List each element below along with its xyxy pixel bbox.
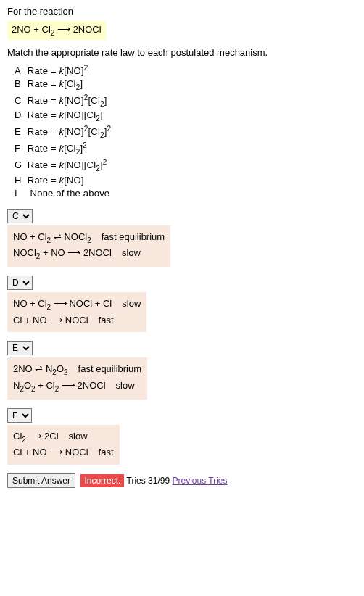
mechanism-text-2: NO + Cl2 ⟶ NOCl + Clslow Cl + NO ⟶ NOClf…: [7, 292, 146, 332]
mechanism-text-4: Cl2 ⟶ 2Clslow Cl + NO ⟶ NOClfast: [7, 425, 120, 465]
option-e: E Rate = k[NO]2[Cl2]2: [15, 125, 357, 139]
option-a: A Rate = k[NO]2: [15, 64, 357, 76]
option-b: B Rate = k[Cl2]: [15, 78, 357, 91]
mechanism-block-3: E 2NO ⇌ N2O2fast equilibrium N2O2 + Cl2 …: [7, 341, 357, 399]
footer-row: Submit Answer Incorrect. Tries 31/99 Pre…: [7, 473, 357, 488]
answer-select-1[interactable]: C: [7, 209, 33, 223]
instruction-text: Match the appropriate rate law to each p…: [7, 47, 357, 58]
answer-select-2[interactable]: D: [7, 276, 33, 290]
tries-text: Tries 31/99: [127, 476, 170, 486]
mechanism-text-1: NO + Cl2 ⇌ NOCl2fast equilibrium NOCl2 +…: [7, 225, 170, 267]
intro-text: For the reaction: [7, 6, 357, 17]
option-f: F Rate = k[Cl2]2: [15, 141, 357, 156]
option-i: I None of the above: [15, 188, 357, 199]
mechanism-text-3: 2NO ⇌ N2O2fast equilibrium N2O2 + Cl2 ⟶ …: [7, 357, 147, 399]
reaction-equation: 2NO + Cl2 ⟶ 2NOCl: [7, 21, 106, 40]
option-c: C Rate = k[NO]2[Cl2]: [15, 94, 357, 108]
mechanism-block-4: F Cl2 ⟶ 2Clslow Cl + NO ⟶ NOClfast: [7, 408, 357, 465]
option-g: G Rate = k[NO][Cl2]2: [15, 158, 357, 173]
submit-button[interactable]: Submit Answer: [7, 473, 75, 488]
option-h: H Rate = k[NO]: [15, 175, 357, 186]
previous-tries-link[interactable]: Previous Tries: [172, 476, 227, 486]
mechanism-block-1: C NO + Cl2 ⇌ NOCl2fast equilibrium NOCl2…: [7, 209, 357, 267]
rate-law-options: A Rate = k[NO]2 B Rate = k[Cl2] C Rate =…: [15, 64, 357, 199]
answer-select-4[interactable]: F: [7, 408, 32, 423]
answer-select-3[interactable]: E: [7, 341, 33, 355]
option-d: D Rate = k[NO][Cl2]: [15, 109, 357, 123]
status-badge: Incorrect.: [80, 474, 124, 487]
mechanism-block-2: D NO + Cl2 ⟶ NOCl + Clslow Cl + NO ⟶ NOC…: [7, 276, 357, 332]
